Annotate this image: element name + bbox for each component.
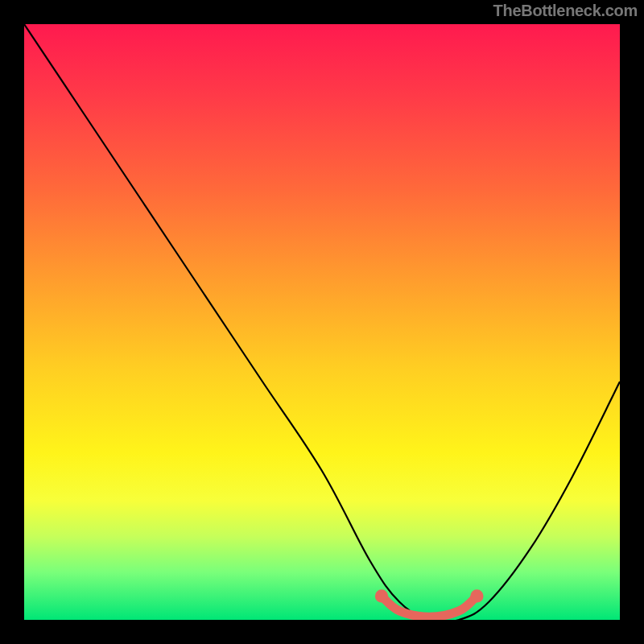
bottleneck-curve [24, 24, 620, 620]
optimal-range-start-dot [375, 589, 388, 602]
optimal-range-end-dot [470, 589, 483, 602]
attribution-text: TheBottleneck.com [493, 2, 638, 20]
chart-frame: TheBottleneck.com [0, 0, 644, 644]
curve-svg [24, 24, 620, 620]
plot-area [24, 24, 620, 620]
